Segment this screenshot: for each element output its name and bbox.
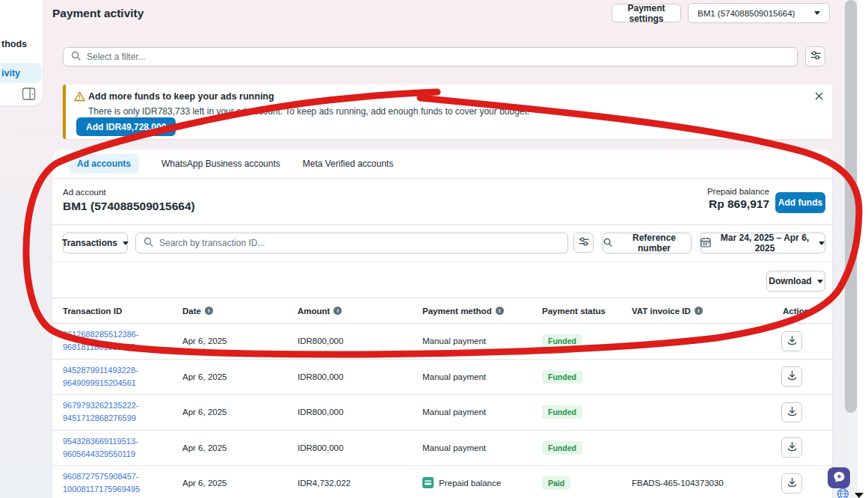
payment-method: Manual payment bbox=[422, 443, 542, 452]
window-right-margin bbox=[858, 0, 868, 498]
payment-method: Manual payment bbox=[422, 336, 542, 345]
download-invoice-button[interactable] bbox=[781, 437, 802, 458]
table-row: 9612688285512386-9681811801933368Apr 6, … bbox=[52, 324, 832, 360]
table-body: 9612688285512386-9681811801933368Apr 6, … bbox=[52, 324, 832, 498]
download-icon bbox=[787, 477, 797, 490]
divider bbox=[52, 262, 832, 262]
collapse-sidebar-button[interactable] bbox=[20, 87, 37, 103]
status-badge-paid: Paid bbox=[542, 476, 570, 490]
column-header-vat-invoice-id: VAT invoice IDi bbox=[632, 307, 774, 316]
globe-icon[interactable] bbox=[837, 488, 849, 498]
action-cell bbox=[774, 366, 832, 387]
low-funds-alert: Add more funds to keep your ads running … bbox=[63, 84, 832, 139]
column-header-action: Action bbox=[774, 307, 832, 316]
transaction-id-link[interactable]: 9679793262135222-9451712868276599 bbox=[63, 399, 182, 425]
table-row: 9452879911493228-9649099915204561Apr 6, … bbox=[52, 360, 832, 396]
tab-whatsapp-business-accounts[interactable]: WhatsApp Business accounts bbox=[161, 154, 280, 173]
action-cell bbox=[774, 473, 832, 494]
transaction-amount: IDR800,000 bbox=[298, 408, 422, 416]
transaction-date: Apr 6, 2025 bbox=[182, 479, 298, 488]
transaction-amount: IDR800,000 bbox=[298, 336, 422, 345]
filter-search-bar[interactable] bbox=[63, 47, 798, 67]
prepaid-balance-card-icon bbox=[422, 477, 434, 490]
business-selector-value: BM1 (574088509015664) bbox=[698, 9, 814, 18]
transaction-amount: IDR4,732,022 bbox=[298, 479, 422, 488]
payment-status-cell: Funded bbox=[542, 370, 632, 384]
transaction-date: Apr 6, 2025 bbox=[182, 372, 298, 381]
info-icon[interactable]: i bbox=[333, 307, 342, 315]
action-cell bbox=[774, 437, 832, 458]
payment-status-cell: Funded bbox=[542, 441, 632, 455]
tab-meta-verified-accounts[interactable]: Meta Verified accounts bbox=[303, 154, 393, 173]
column-header-date: Datei bbox=[182, 307, 298, 316]
chevron-down-icon bbox=[819, 242, 825, 245]
transaction-search-input[interactable] bbox=[159, 238, 560, 248]
status-badge-funded: Funded bbox=[542, 370, 582, 384]
transaction-id-link[interactable]: 9452879911493228-9649099915204561 bbox=[63, 364, 182, 390]
transaction-type-dropdown[interactable]: Transactions bbox=[63, 233, 128, 253]
chevron-down-icon bbox=[814, 11, 820, 15]
download-invoice-button[interactable] bbox=[781, 366, 802, 387]
column-header-amount: Amounti bbox=[298, 307, 422, 316]
alert-title: Add more funds to keep your ads running bbox=[88, 91, 274, 102]
warning-icon bbox=[74, 91, 85, 105]
transaction-id-link[interactable]: 9608727575908457-10008117175969495 bbox=[63, 470, 182, 496]
payment-status-cell: Funded bbox=[542, 334, 632, 348]
scrollbar-thumb[interactable] bbox=[845, 0, 857, 413]
transaction-search-bar[interactable] bbox=[135, 233, 568, 253]
transaction-date: Apr 6, 2025 bbox=[182, 408, 298, 416]
page-title: Payment activity bbox=[52, 7, 144, 20]
transaction-id-link[interactable]: 9612688285512386-9681811801933368 bbox=[63, 328, 182, 354]
collapse-sidebar-icon bbox=[22, 92, 36, 103]
info-icon[interactable]: i bbox=[496, 307, 504, 315]
alert-body: There is only IDR783,733 left in your ad… bbox=[88, 106, 529, 117]
account-summary-row: Ad account BM1 (574088509015664) Prepaid… bbox=[52, 179, 832, 225]
business-selector-dropdown[interactable]: BM1 (574088509015664) bbox=[688, 3, 830, 23]
sliders-icon bbox=[810, 50, 821, 63]
payment-settings-button[interactable]: Payment settings bbox=[612, 4, 681, 22]
prepaid-balance-label: Prepaid balance bbox=[707, 187, 769, 196]
info-icon[interactable]: i bbox=[695, 307, 703, 315]
action-cell bbox=[774, 402, 832, 422]
prepaid-balance-value: Rp 869,917 bbox=[707, 197, 769, 211]
account-label: Ad account bbox=[63, 188, 106, 197]
table-row: 9679793262135222-9451712868276599Apr 6, … bbox=[52, 395, 832, 431]
chat-support-widget[interactable] bbox=[828, 467, 850, 488]
payment-activity-card: Ad accountsWhatsApp Business accountsMet… bbox=[52, 150, 832, 498]
download-invoice-button[interactable] bbox=[781, 402, 802, 422]
calendar-icon bbox=[701, 237, 711, 250]
transaction-id-link[interactable]: 9543283669119513-9605644329550119 bbox=[63, 435, 182, 461]
download-icon bbox=[787, 335, 797, 348]
table-row: 9543283669119513-9605644329550119Apr 6, … bbox=[52, 431, 832, 467]
download-invoice-button[interactable] bbox=[781, 473, 802, 494]
filter-adjust-button[interactable] bbox=[805, 46, 825, 67]
download-button[interactable]: Download bbox=[766, 271, 825, 292]
payment-method: Manual payment bbox=[422, 408, 542, 416]
payment-status-cell: Paid bbox=[542, 476, 632, 490]
add-funds-button[interactable]: Add funds bbox=[775, 192, 825, 213]
download-invoice-button[interactable] bbox=[781, 331, 802, 351]
sidebar-item-payment-methods[interactable]: thods bbox=[1, 39, 27, 49]
close-alert-button[interactable] bbox=[815, 91, 823, 102]
search-icon bbox=[71, 50, 81, 64]
payment-method: Prepaid balance bbox=[422, 477, 542, 490]
transaction-date: Apr 6, 2025 bbox=[182, 443, 298, 452]
chevron-down-icon[interactable] bbox=[855, 493, 864, 498]
tabs: Ad accountsWhatsApp Business accountsMet… bbox=[52, 150, 832, 179]
column-header-payment-status: Payment status bbox=[542, 307, 632, 316]
status-badge-funded: Funded bbox=[542, 405, 582, 419]
info-icon[interactable]: i bbox=[205, 307, 213, 315]
chevron-down-icon bbox=[817, 280, 823, 283]
vat-invoice-id: FBADS-465-104373030 bbox=[632, 479, 774, 488]
sidebar-item-payment-activity[interactable]: ivity bbox=[0, 63, 42, 83]
transaction-amount: IDR800,000 bbox=[298, 372, 422, 381]
tab-ad-accounts[interactable]: Ad accounts bbox=[69, 154, 139, 173]
sliders-icon bbox=[579, 236, 589, 249]
date-range-picker[interactable]: Mar 24, 2025 – Apr 6, 2025 bbox=[700, 233, 825, 253]
add-funds-cta-button[interactable]: Add IDR49,728,000 bbox=[76, 117, 176, 136]
close-icon bbox=[815, 91, 823, 102]
table-adjust-button[interactable] bbox=[573, 233, 594, 253]
filter-search-input[interactable] bbox=[87, 52, 789, 62]
reference-number-button[interactable]: Reference number bbox=[603, 233, 692, 253]
payment-status-cell: Funded bbox=[542, 405, 632, 419]
